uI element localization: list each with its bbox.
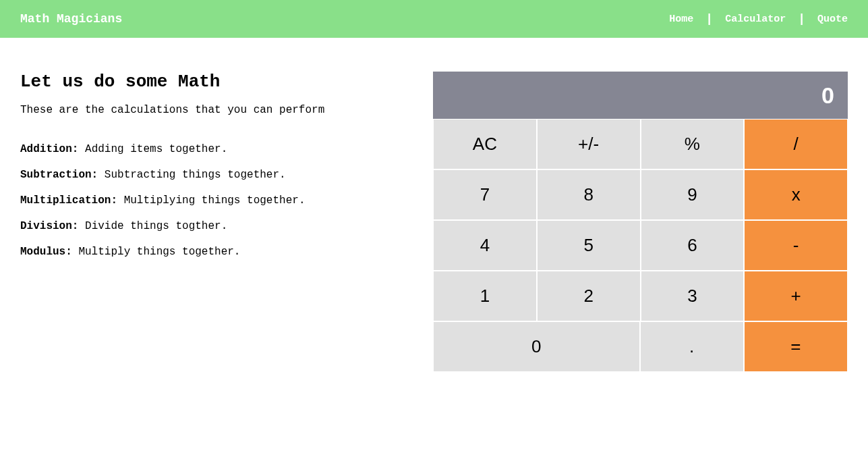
one-button[interactable]: 1 xyxy=(433,271,537,321)
percent-button[interactable]: % xyxy=(641,119,745,169)
seven-button[interactable]: 7 xyxy=(433,169,537,220)
nav-calculator[interactable]: Calculator xyxy=(725,14,786,25)
operation-desc: Multiplying things together. xyxy=(117,194,305,207)
nav-separator: | xyxy=(705,12,713,26)
eight-button[interactable]: 8 xyxy=(537,169,641,220)
operation-item: Multiplication: Multiplying things toget… xyxy=(20,194,406,207)
operation-item: Addition: Adding items together. xyxy=(20,143,406,155)
divide-button[interactable]: / xyxy=(744,119,848,169)
calculator-display: 0 xyxy=(433,72,848,119)
calc-row: 0 . = xyxy=(433,321,848,372)
dot-button[interactable]: . xyxy=(640,321,744,372)
page-subtitle: These are the calculations that you can … xyxy=(20,104,406,116)
operation-desc: Divide things togther. xyxy=(78,220,227,232)
operation-item: Division: Divide things togther. xyxy=(20,220,406,232)
zero-button[interactable]: 0 xyxy=(433,321,640,372)
equals-button[interactable]: = xyxy=(744,321,848,372)
operation-desc: Multiply things together. xyxy=(72,246,241,258)
calc-row: 7 8 9 x xyxy=(433,169,848,220)
operation-desc: Subtracting things together. xyxy=(98,169,285,181)
calc-row: 4 5 6 - xyxy=(433,220,848,271)
navbar: Math Magicians Home | Calculator | Quote xyxy=(0,0,868,38)
calculator: 0 AC +/- % / 7 8 9 x 4 5 6 - 1 2 3 + 0 . xyxy=(433,72,848,372)
calc-row: 1 2 3 + xyxy=(433,271,848,321)
six-button[interactable]: 6 xyxy=(641,220,745,271)
five-button[interactable]: 5 xyxy=(537,220,641,271)
operation-item: Subtraction: Subtracting things together… xyxy=(20,169,406,181)
nav-quote[interactable]: Quote xyxy=(817,14,848,25)
operation-item: Modulus: Multiply things together. xyxy=(20,246,406,258)
nine-button[interactable]: 9 xyxy=(641,169,745,220)
operation-name: Multiplication: xyxy=(20,194,117,207)
operation-desc: Adding items together. xyxy=(78,143,227,155)
nav-home[interactable]: Home xyxy=(669,14,693,25)
plusminus-button[interactable]: +/- xyxy=(537,119,641,169)
minus-button[interactable]: - xyxy=(744,220,848,271)
operations-list: Addition: Adding items together. Subtrac… xyxy=(20,143,406,258)
calc-row: AC +/- % / xyxy=(433,119,848,169)
nav-links: Home | Calculator | Quote xyxy=(669,12,848,26)
operation-name: Division: xyxy=(20,220,78,232)
main-container: Let us do some Math These are the calcul… xyxy=(0,38,868,406)
two-button[interactable]: 2 xyxy=(537,271,641,321)
nav-separator: | xyxy=(798,12,805,26)
brand-title: Math Magicians xyxy=(20,12,122,26)
plus-button[interactable]: + xyxy=(744,271,848,321)
multiply-button[interactable]: x xyxy=(744,169,848,220)
content-section: Let us do some Math These are the calcul… xyxy=(20,72,406,372)
operation-name: Modulus: xyxy=(20,246,72,258)
ac-button[interactable]: AC xyxy=(433,119,537,169)
operation-name: Subtraction: xyxy=(20,169,98,181)
operation-name: Addition: xyxy=(20,143,78,155)
page-title: Let us do some Math xyxy=(20,72,406,92)
four-button[interactable]: 4 xyxy=(433,220,537,271)
three-button[interactable]: 3 xyxy=(641,271,745,321)
